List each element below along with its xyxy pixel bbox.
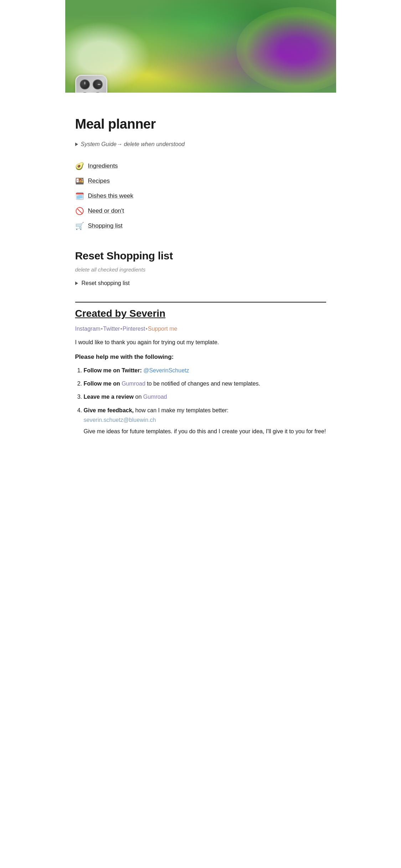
- recipes-link[interactable]: Recipes: [88, 176, 110, 186]
- shopping-emoji: 🛒: [75, 221, 84, 231]
- need-or-dont-link[interactable]: Need or don't: [88, 206, 124, 216]
- nav-item-need-or-dont[interactable]: 🚫 Need or don't: [75, 203, 326, 218]
- nav-item-recipes[interactable]: 🍱 Recipes: [75, 174, 326, 188]
- feedback-bold: Give me feedback,: [84, 407, 134, 413]
- list-item-twitter: Follow me on Twitter: @SeverinSchuetz: [84, 366, 326, 375]
- created-by-title: Created by Severin: [75, 306, 326, 321]
- nav-list: 🥑 Ingredients 🍱 Recipes 🗓️ Dishes this w…: [75, 159, 326, 233]
- ingredients-emoji: 🥑: [75, 161, 84, 171]
- review-bold: Leave me a review: [84, 394, 134, 400]
- separator-2: •: [120, 325, 122, 333]
- instagram-link[interactable]: Instagram: [75, 325, 101, 333]
- need-emoji: 🚫: [75, 206, 84, 216]
- please-help-heading: Please help me with the following:: [75, 352, 326, 362]
- list-item-review: Leave me a review on Gumroad: [84, 392, 326, 402]
- reset-section-subtitle: delete all checked ingredients: [75, 266, 326, 274]
- created-by-section: Created by Severin Instagram • Twitter •…: [75, 302, 326, 436]
- ingredients-link[interactable]: Ingredients: [88, 161, 118, 171]
- dishes-link[interactable]: Dishes this week: [88, 191, 134, 201]
- reset-collapse-row[interactable]: Reset shopping list: [75, 279, 326, 288]
- shopping-link[interactable]: Shopping list: [88, 221, 123, 231]
- support-link[interactable]: Support me: [148, 325, 178, 333]
- follow-rest: to be notified of changes and new templa…: [147, 381, 260, 387]
- recipes-emoji: 🍱: [75, 176, 84, 186]
- reset-collapse-label: Reset shopping list: [82, 279, 130, 288]
- separator-1: •: [101, 325, 103, 333]
- reset-triangle-icon: [75, 281, 78, 285]
- email-link[interactable]: severin.schuetz@bluewin.ch: [84, 417, 156, 423]
- app-icon: [75, 75, 107, 93]
- separator-3: •: [145, 325, 148, 333]
- list-item-feedback: Give me feedback, how can I make my temp…: [84, 405, 326, 436]
- gumroad-review-link[interactable]: Gumroad: [143, 394, 167, 400]
- twitter-handle-link[interactable]: @SeverinSchuetz: [143, 367, 189, 373]
- dishes-emoji: 🗓️: [75, 191, 84, 201]
- reset-section: Reset Shopping list delete all checked i…: [75, 248, 326, 288]
- system-guide-row[interactable]: System Guide→ delete when understood: [75, 140, 326, 149]
- help-list: Follow me on Twitter: @SeverinSchuetz Fo…: [75, 366, 326, 436]
- nav-item-dishes[interactable]: 🗓️ Dishes this week: [75, 188, 326, 203]
- feedback-rest: how can I make my templates better:: [135, 407, 228, 413]
- collapse-triangle-icon: [75, 143, 78, 146]
- gumroad-follow-link[interactable]: Gumroad: [122, 381, 145, 387]
- nav-item-shopping[interactable]: 🛒 Shopping list: [75, 218, 326, 233]
- list-item-gumroad-follow: Follow me on Gumroad to be notified of c…: [84, 379, 326, 388]
- pinterest-link[interactable]: Pinterest: [123, 325, 145, 333]
- nav-item-ingredients[interactable]: 🥑 Ingredients: [75, 159, 326, 174]
- system-guide-text: System Guide→ delete when understood: [81, 140, 185, 149]
- twitter-link[interactable]: Twitter: [103, 325, 120, 333]
- hero-image: [65, 0, 336, 93]
- thank-you-text: I would like to thank you again for tryi…: [75, 338, 326, 347]
- review-rest: on: [135, 394, 143, 400]
- social-links: Instagram • Twitter • Pinterest • Suppor…: [75, 325, 326, 333]
- twitter-bold: Follow me on Twitter:: [84, 367, 144, 373]
- feedback-sub-text: Give me ideas for future templates. if y…: [84, 427, 326, 436]
- follow-gumroad-bold: Follow me on: [84, 381, 122, 387]
- page-title: Meal planner: [75, 114, 326, 134]
- reset-section-title: Reset Shopping list: [75, 248, 326, 264]
